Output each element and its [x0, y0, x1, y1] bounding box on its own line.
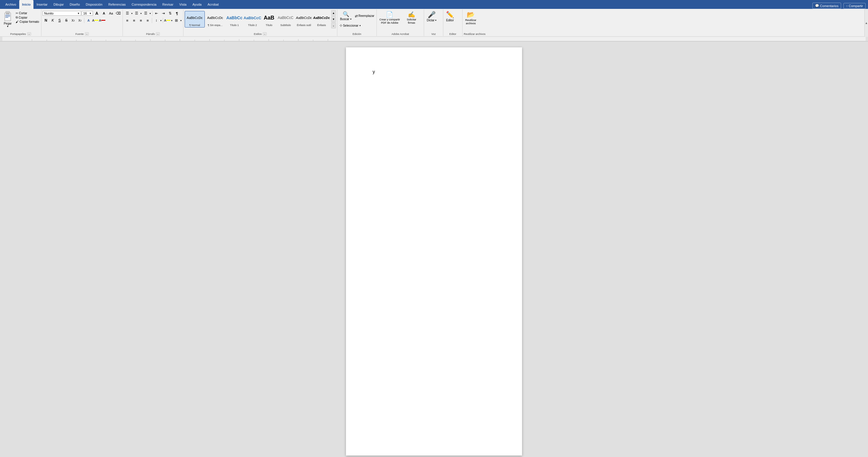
voz-section: 🎤 Dictar ▼ Voz: [424, 9, 443, 36]
dictate-button[interactable]: 🎤 Dictar ▼: [425, 10, 438, 23]
search-button[interactable]: 🔍 Buscar ▼: [339, 10, 353, 22]
font-size-box[interactable]: 16 ▼: [82, 11, 93, 16]
main-ribbon: Pegar ▼ ✂ Cortar ⧉ Copiar 🖌 Copiar: [0, 9, 868, 37]
select-button[interactable]: ⊹ Seleccionar ▼: [339, 23, 375, 28]
tab-referencias[interactable]: Referencias: [105, 0, 129, 9]
search-dropdown-icon: ▼: [350, 18, 352, 20]
share-button[interactable]: ↑ Compartir: [843, 3, 866, 9]
underline-button[interactable]: S: [56, 17, 63, 24]
bullets-dropdown-icon: ▼: [131, 12, 133, 14]
pdf-sign-icon: ✍: [408, 11, 415, 18]
paste-dropdown-arrow: ▼: [6, 25, 9, 28]
styles-scroll-up-button[interactable]: ▲: [331, 10, 336, 16]
bold-button[interactable]: N: [42, 17, 49, 24]
copy-format-button[interactable]: 🖌 Copiar formato: [15, 20, 40, 24]
style-enfasis-label: Énfasis: [317, 24, 326, 27]
request-signatures-button[interactable]: ✍ Solicitarfirmas: [402, 10, 420, 26]
document-text: y: [373, 69, 375, 74]
style-titulo1[interactable]: AaBbCc Título 1: [225, 11, 243, 27]
multilevel-button[interactable]: ☰: [142, 10, 149, 17]
style-enfasis-sutil[interactable]: AaBbCcDc Énfasis sutil: [295, 11, 313, 27]
voz-content: 🎤 Dictar ▼: [425, 10, 442, 33]
acrobat-content: 📄 Crear y compartirPDF de Adobe ✍ Solici…: [378, 10, 423, 33]
borders-button[interactable]: ⊞: [173, 17, 180, 24]
decrease-font-button[interactable]: A: [101, 10, 107, 17]
tab-correspondencia[interactable]: Correspondencia: [129, 0, 159, 9]
clipboard-small-buttons: ✂ Cortar ⧉ Copiar 🖌 Copiar formato: [15, 11, 40, 24]
replace-button[interactable]: ⇄ Reemplazar: [354, 13, 375, 19]
document-content[interactable]: y: [373, 69, 501, 75]
svg-rect-3: [5, 15, 10, 16]
clear-format-button[interactable]: ⌫: [115, 10, 121, 17]
cut-button[interactable]: ✂ Cortar: [15, 11, 40, 15]
font-name-box[interactable]: Nunito ▼: [42, 11, 81, 16]
styles-expand-btn[interactable]: ⌄: [263, 32, 267, 35]
tab-diseno[interactable]: Diseño: [67, 0, 83, 9]
text-effects-button[interactable]: A: [85, 17, 92, 24]
editing-section: 🔍 Buscar ▼ ⇄ Reemplazar ⊹ Seleccionar: [337, 9, 377, 36]
editor-label: Editor: [444, 33, 461, 36]
style-enfasis-int[interactable]: AaBbCcDc Énfasis int...: [330, 11, 331, 27]
increase-indent-button[interactable]: ⇥: [160, 10, 166, 17]
shading-dropdown-icon: ▼: [171, 20, 173, 22]
comments-button[interactable]: 💬 Comentarios: [812, 3, 841, 9]
subscript-button[interactable]: X2: [70, 17, 76, 24]
style-titulo[interactable]: AaB Título: [261, 11, 276, 27]
increase-font-button[interactable]: A: [94, 10, 100, 17]
editor-button[interactable]: ✏️ Editor: [444, 10, 456, 23]
superscript-button[interactable]: X2: [76, 17, 83, 24]
font-color-button[interactable]: A: [99, 17, 105, 24]
italic-button[interactable]: K: [50, 17, 56, 24]
tab-vista[interactable]: Vista: [176, 0, 189, 9]
tab-inicio[interactable]: Inicio: [19, 0, 34, 9]
align-center-button[interactable]: ≡: [131, 17, 137, 24]
ribbon-collapse-button[interactable]: ▲: [864, 9, 868, 37]
clipboard-expand-btn[interactable]: ⌄: [27, 32, 31, 35]
tab-acrobat[interactable]: Acrobat: [205, 0, 222, 9]
style-subtitulo[interactable]: AaBbCcC Subtítulo: [277, 11, 294, 27]
styles-label: Estilos ⌄: [185, 32, 336, 36]
sort-button[interactable]: ⇅: [167, 10, 174, 17]
reutilizar-button[interactable]: 📂 Reutilizararchivos: [464, 10, 478, 26]
decrease-indent-button[interactable]: ⇤: [153, 10, 160, 17]
copy-button[interactable]: ⧉ Copiar: [15, 16, 40, 20]
reutilizar-content: 📂 Reutilizararchivos: [464, 10, 486, 33]
tab-archivo[interactable]: Archivo: [2, 0, 19, 9]
numbering-button[interactable]: ☰: [133, 10, 140, 17]
multilevel-dropdown-icon: ▼: [149, 12, 151, 14]
line-spacing-button[interactable]: ↕: [153, 17, 159, 24]
clipboard-content: Pegar ▼ ✂ Cortar ⧉ Copiar 🖌 Copiar: [1, 10, 40, 32]
tab-disposicion[interactable]: Disposición: [83, 0, 105, 9]
paragraph-expand-btn[interactable]: ⌄: [156, 32, 160, 35]
bullets-button[interactable]: ☰: [124, 10, 130, 17]
style-titulo-label: Título: [266, 24, 273, 27]
document-page[interactable]: y: [346, 48, 522, 456]
copy-icon: ⧉: [16, 16, 18, 19]
paragraph-content: ☰ ▼ ☰ ▼ ☰ ▼ ⇤ ⇥ ⇅ ¶ ≡ ≡ ≡ ≡: [124, 10, 182, 32]
strikethrough-button[interactable]: S: [63, 17, 69, 24]
tab-revisar[interactable]: Revisar: [159, 0, 176, 9]
style-sin-espacio[interactable]: AaBbCcDc ¶ Sin espa...: [205, 11, 225, 27]
create-share-pdf-button[interactable]: 📄 Crear y compartirPDF de Adobe: [378, 10, 402, 26]
styles-content: AaBbCcDc ¶ Normal AaBbCcDc ¶ Sin espa...…: [185, 10, 336, 32]
text-highlight-button[interactable]: A: [92, 17, 98, 24]
style-normal[interactable]: AaBbCcDc ¶ Normal: [185, 11, 205, 28]
style-enfasis[interactable]: AaBbCcDc Énfasis: [313, 11, 330, 27]
styles-expand-button[interactable]: ⌄: [331, 23, 336, 28]
tab-dibujar[interactable]: Dibujar: [51, 0, 67, 9]
font-expand-btn[interactable]: ⌄: [85, 32, 89, 35]
tab-ayuda[interactable]: Ayuda: [189, 0, 205, 9]
reutilizar-section: 📂 Reutilizararchivos Reutilizar archivos: [463, 9, 487, 36]
styles-scroll-down-button[interactable]: ▼: [331, 16, 336, 22]
show-marks-button[interactable]: ¶: [174, 10, 180, 17]
shading-button[interactable]: A: [164, 17, 170, 24]
align-left-button[interactable]: ≡: [124, 17, 130, 24]
tab-insertar[interactable]: Insertar: [33, 0, 50, 9]
acrobat-section: 📄 Crear y compartirPDF de Adobe ✍ Solici…: [377, 9, 424, 36]
styles-section: AaBbCcDc ¶ Normal AaBbCcDc ¶ Sin espa...…: [184, 9, 337, 36]
change-case-button[interactable]: Aa: [108, 10, 114, 17]
align-right-button[interactable]: ≡: [137, 17, 144, 24]
paste-button[interactable]: Pegar ▼: [1, 10, 14, 28]
justify-button[interactable]: ≡: [145, 17, 151, 24]
style-titulo2[interactable]: AaBbCcC Título 2: [244, 11, 261, 27]
